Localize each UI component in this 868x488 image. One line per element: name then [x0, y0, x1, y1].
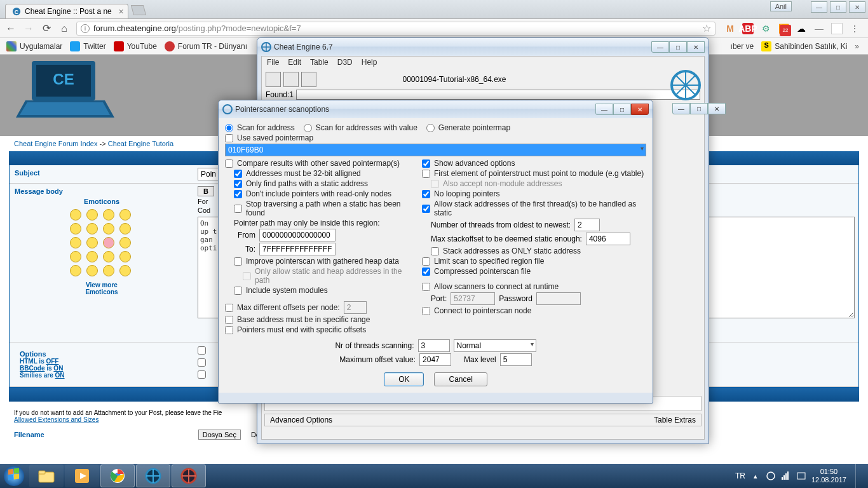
emoji-icon[interactable]: [119, 209, 131, 220]
ps-from-input[interactable]: [259, 229, 336, 241]
site-info-icon[interactable]: i: [81, 24, 90, 33]
ps-check-show-advanced[interactable]: [422, 159, 430, 168]
option-checkbox[interactable]: [198, 358, 206, 367]
menu-table[interactable]: Table: [310, 58, 329, 68]
ps-check-allow-scanners[interactable]: [422, 283, 430, 291]
chrome-menu-icon[interactable]: ⋮: [849, 23, 860, 34]
breadcrumb-index-link[interactable]: Cheat Engine Forum Index: [14, 140, 97, 147]
ps-maxlevel-input[interactable]: [500, 353, 532, 366]
ps-to-input[interactable]: [259, 243, 336, 255]
ps-maximize-button[interactable]: □: [613, 104, 631, 115]
ps-check-compressed[interactable]: [422, 268, 430, 276]
breadcrumb-section-link[interactable]: Cheat Engine Tutoria: [108, 140, 173, 147]
show-desktop-button[interactable]: [855, 464, 862, 488]
nav-back-button[interactable]: ←: [5, 23, 17, 34]
menu-file[interactable]: File: [267, 58, 279, 68]
ps-numthreads-input[interactable]: [574, 219, 600, 231]
ps-check-limit-region[interactable]: [422, 257, 430, 266]
emoji-icon[interactable]: [86, 251, 98, 262]
nav-reload-button[interactable]: ⟳: [41, 23, 52, 34]
emoji-icon[interactable]: [70, 209, 81, 220]
ps-radio-scan-address[interactable]: [225, 124, 233, 132]
ps-check-max-diff[interactable]: [225, 304, 233, 312]
idm-ext-icon[interactable]: 🔽22: [778, 23, 789, 34]
emoji-icon[interactable]: [103, 265, 114, 276]
ps-radio-generate-map[interactable]: [426, 124, 435, 132]
ps-check-compare[interactable]: [225, 159, 233, 168]
ps-close-button[interactable]: ✕: [631, 104, 649, 115]
ps-maxstack-input[interactable]: [586, 233, 630, 245]
ps-check-base-range[interactable]: [225, 316, 233, 324]
emoji-icon[interactable]: [70, 223, 81, 234]
ce2-maximize-button[interactable]: □: [690, 103, 708, 114]
tray-network-icon[interactable]: [766, 471, 776, 481]
emoji-icon[interactable]: [103, 209, 114, 220]
emoji-icon[interactable]: [103, 251, 114, 262]
bookmark-star-icon[interactable]: ☆: [702, 22, 711, 34]
bookmarks-overflow-icon[interactable]: »: [855, 42, 859, 51]
ce-advanced-options-label[interactable]: Advanced Options: [270, 416, 332, 424]
browser-close-button[interactable]: ✕: [849, 1, 865, 13]
view-more-emoticons-link[interactable]: View more Emoticons: [85, 281, 118, 295]
ps-check-only-static[interactable]: [234, 180, 242, 188]
bookmark-twitter[interactable]: Twitter: [70, 41, 105, 51]
puzzle-ext-icon[interactable]: ⚙: [760, 23, 771, 34]
bookmark-youtube[interactable]: YouTube: [114, 41, 157, 51]
tab-close-icon[interactable]: ✕: [118, 8, 124, 16]
ps-check-use-saved[interactable]: [225, 134, 233, 142]
bookmark-apps[interactable]: Uygulamalar: [6, 41, 62, 51]
nav-forward-button[interactable]: →: [23, 23, 34, 34]
menu-edit[interactable]: Edit: [288, 58, 301, 68]
ps-radio-scan-value[interactable]: [304, 124, 312, 132]
tray-up-icon[interactable]: ▴: [750, 471, 761, 481]
taskbar-media-player[interactable]: [65, 464, 99, 487]
ps-check-improve-heap[interactable]: [234, 257, 242, 266]
emoji-icon[interactable]: [70, 237, 81, 248]
ce2-close-button[interactable]: ✕: [708, 103, 726, 114]
ps-check-32bit[interactable]: [234, 170, 242, 178]
emoji-icon[interactable]: [103, 223, 114, 234]
taskbar-chrome[interactable]: [100, 464, 135, 487]
ps-check-stack-only[interactable]: [431, 247, 439, 255]
ps-maxoffset-input[interactable]: [419, 353, 451, 366]
emoji-icon[interactable]: [86, 265, 98, 276]
emoji-icon[interactable]: [119, 223, 131, 234]
ps-check-stop-traversing[interactable]: [234, 205, 242, 213]
ps-check-connect-node[interactable]: [422, 307, 430, 315]
emoji-icon[interactable]: [70, 251, 81, 262]
browser-minimize-button[interactable]: —: [811, 1, 827, 13]
option-checkbox[interactable]: [198, 346, 206, 355]
nav-home-button[interactable]: ⌂: [58, 23, 70, 34]
allowed-extensions-link[interactable]: Allowed Extensions and Sizes: [14, 416, 98, 423]
gmail-ext-icon[interactable]: M: [724, 23, 736, 34]
new-tab-button[interactable]: [131, 5, 146, 15]
browser-tab-active[interactable]: C Cheat Engine :: Post a ne ✕: [5, 4, 128, 18]
abp-ext-icon[interactable]: ABP: [742, 23, 754, 34]
taskbar-ce1[interactable]: [136, 464, 170, 487]
bookmark-sahibinden[interactable]: SSahibinden Satılık, Ki: [761, 41, 847, 51]
zoom-ext-icon[interactable]: —: [813, 23, 825, 34]
bookmark-forumtr[interactable]: Forum TR - Dünyanı: [165, 41, 247, 51]
browser-maximize-button[interactable]: □: [830, 1, 846, 13]
ce-titlebar[interactable]: Cheat Engine 6.7 — □ ✕: [257, 38, 709, 56]
ps-check-end-offsets[interactable]: [225, 326, 233, 334]
emoji-icon[interactable]: [119, 265, 131, 276]
ps-check-first-elem[interactable]: [422, 170, 430, 178]
ps-titlebar[interactable]: Pointerscanner scanoptions — □ ✕: [219, 100, 653, 118]
ce-maximize-button[interactable]: □: [669, 41, 687, 53]
tray-action-icon[interactable]: [796, 471, 806, 481]
ps-cancel-button[interactable]: Cancel: [434, 372, 487, 386]
language-indicator[interactable]: TR: [735, 471, 745, 480]
emoji-icon[interactable]: [86, 237, 98, 248]
ce2-minimize-button[interactable]: —: [672, 103, 690, 114]
emoji-icon[interactable]: [86, 209, 98, 220]
ps-check-no-looping[interactable]: [422, 190, 430, 198]
bookmark-cut-right[interactable]: ıber ve: [731, 42, 754, 51]
menu-d3d[interactable]: D3D: [337, 58, 353, 68]
ce-close-button[interactable]: ✕: [687, 41, 705, 53]
emoji-icon[interactable]: [119, 237, 131, 248]
ps-priority-select[interactable]: [454, 339, 536, 352]
ps-check-include-system[interactable]: [234, 287, 242, 295]
option-checkbox[interactable]: [198, 370, 206, 379]
format-bold-button[interactable]: B: [198, 186, 214, 196]
